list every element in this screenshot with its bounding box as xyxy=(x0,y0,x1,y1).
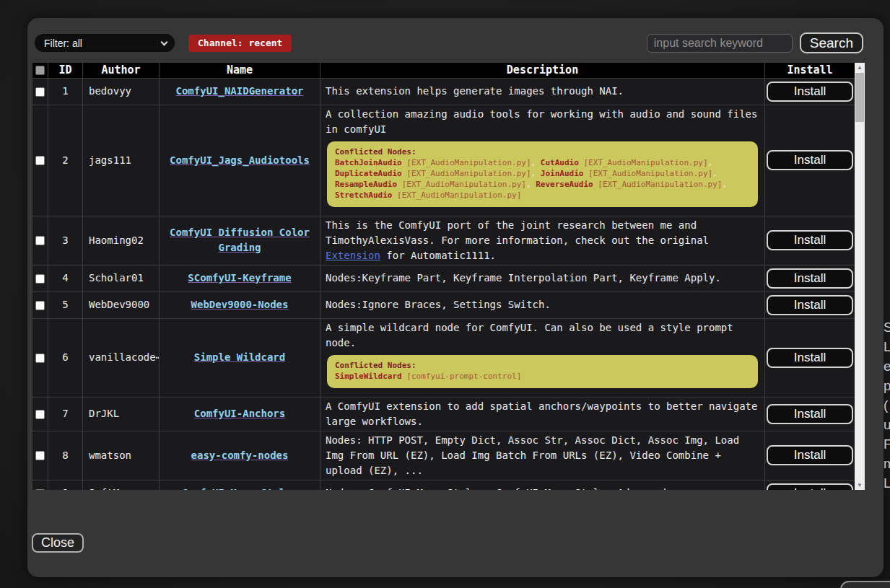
name-link[interactable]: ComfyUI_NAIDGenerator xyxy=(175,85,303,97)
install-button[interactable]: Install xyxy=(767,82,853,102)
name-cell: WebDev9000-Nodes xyxy=(160,291,320,318)
search-input[interactable] xyxy=(647,34,793,53)
author-cell: jags111 xyxy=(83,105,160,216)
description-text: This is the ComfyUI port of the joint re… xyxy=(326,218,759,263)
install-button[interactable]: Install xyxy=(767,150,853,170)
conflict-node-source: [comfyui-prompt-control] xyxy=(402,372,522,381)
background-text-fragment: u xyxy=(884,415,890,434)
name-cell: ComfyUI_Jags_Audiotools xyxy=(160,105,320,216)
scroll-down-icon[interactable]: ▼ xyxy=(855,481,865,490)
name-cell: easy-comfy-nodes xyxy=(160,431,320,480)
scrollbar-thumb[interactable] xyxy=(855,73,864,122)
name-link[interactable]: ComfyUI Diffusion Color Grading xyxy=(170,227,310,253)
row-checkbox[interactable] xyxy=(35,410,45,419)
scroll-up-icon[interactable]: ▲ xyxy=(855,63,865,72)
name-link[interactable]: Simple Wildcard xyxy=(194,351,285,363)
row-checkbox[interactable] xyxy=(35,274,45,284)
row-checkbox-cell xyxy=(32,318,48,397)
table-header-row: ID Author Name Description Install xyxy=(32,63,855,78)
id-cell: 2 xyxy=(48,105,83,216)
name-cell: ComfyUI-Anchors xyxy=(160,397,320,431)
name-link[interactable]: ComfyUI_Mexx_Styler xyxy=(182,487,297,490)
install-button[interactable]: Install xyxy=(767,348,853,368)
select-all-checkbox[interactable] xyxy=(35,66,45,75)
row-checkbox[interactable] xyxy=(35,489,45,491)
conflict-node-name: JoinAudio xyxy=(541,169,584,178)
conflict-label: Conflicted Nodes: xyxy=(335,360,750,371)
nodes-table-wrap: ID Author Name Description Install 1bedo… xyxy=(32,63,865,490)
page-background: { "toolbar": { "filter_value": "Filter: … xyxy=(0,0,890,588)
install-button[interactable]: Install xyxy=(767,268,853,289)
channel-button[interactable]: Channel: recent xyxy=(188,35,292,52)
description-text: Nodes:Keyframe Part, Keyframe Interpolat… xyxy=(326,271,759,286)
install-button[interactable]: Install xyxy=(767,404,853,424)
row-checkbox[interactable] xyxy=(35,301,45,310)
conflict-items: BatchJoinAudio [EXT_AudioManipulation.py… xyxy=(335,157,750,201)
table-row: 5WebDev9000WebDev9000-NodesNodes:Ignore … xyxy=(32,291,855,318)
background-text-fragment: e xyxy=(884,356,890,376)
conflict-node-name: BatchJoinAudio xyxy=(335,158,402,167)
nodes-table: ID Author Name Description Install 1bedo… xyxy=(32,63,855,490)
id-cell: 8 xyxy=(48,431,83,480)
id-cell: 9 xyxy=(48,480,83,490)
conflict-node-name: StretchAudio xyxy=(335,190,392,200)
row-checkbox-cell xyxy=(32,397,48,431)
background-window-text-fragments: SLep(uFmL xyxy=(884,317,890,556)
background-panel-corner xyxy=(840,581,890,588)
description-cell: Nodes: ComfyUI Mexx Styler, ComfyUI Mexx… xyxy=(320,480,765,490)
custom-nodes-manager-dialog: Filter: all Channel: recent Search xyxy=(27,18,884,577)
table-row: 3Haoming02ComfyUI Diffusion Color Gradin… xyxy=(32,216,855,265)
description-link[interactable]: Extension xyxy=(326,250,380,261)
close-button[interactable]: Close xyxy=(32,533,84,553)
install-button[interactable]: Install xyxy=(767,230,853,250)
id-cell: 3 xyxy=(48,216,83,265)
name-link[interactable]: ComfyUI_Jags_Audiotools xyxy=(170,154,310,166)
conflict-node-source: [EXT_AudioManipulation.py] xyxy=(397,180,526,189)
install-button[interactable]: Install xyxy=(767,295,853,315)
author-cell: vanillacode⋯ xyxy=(83,318,160,397)
description-cell: Nodes:Keyframe Part, Keyframe Interpolat… xyxy=(320,265,765,291)
row-checkbox[interactable] xyxy=(35,354,45,363)
table-scrollbar[interactable]: ▲ ▼ xyxy=(855,63,865,490)
row-checkbox[interactable] xyxy=(35,451,45,460)
name-link[interactable]: SComfyUI-Keyframe xyxy=(188,272,291,284)
row-checkbox[interactable] xyxy=(35,87,45,97)
filter-dropdown-wrap: Filter: all xyxy=(35,34,175,52)
table-row: 8wmatsoneasy-comfy-nodesNodes: HTTP POST… xyxy=(32,431,855,480)
author-cell: WebDev9000 xyxy=(83,291,160,318)
header-name: Name xyxy=(160,63,320,78)
description-text: A ComfyUI extension to add spatial ancho… xyxy=(326,399,759,429)
description-cell: A ComfyUI extension to add spatial ancho… xyxy=(320,397,765,431)
conflict-node-name: SimpleWildcard xyxy=(335,372,402,381)
name-link[interactable]: ComfyUI-Anchors xyxy=(194,408,285,419)
install-button[interactable]: Install xyxy=(767,483,853,491)
description-text: This extension helps generate images thr… xyxy=(326,84,759,99)
table-row: 9SoftMengComfyUI_Mexx_StylerNodes: Comfy… xyxy=(32,480,855,490)
name-link[interactable]: WebDev9000-Nodes xyxy=(191,299,289,310)
description-text: Nodes:Ignore Braces, Settings Switch. xyxy=(326,297,759,312)
row-checkbox-cell xyxy=(32,480,48,490)
header-description: Description xyxy=(320,63,765,78)
search-button[interactable]: Search xyxy=(800,32,863,53)
row-checkbox-cell xyxy=(32,105,48,216)
filter-dropdown[interactable]: Filter: all xyxy=(35,34,175,52)
description-cell: Nodes: HTTP POST, Empty Dict, Assoc Str,… xyxy=(320,431,765,480)
author-cell: DrJKL xyxy=(83,397,160,431)
background-text-fragment: m xyxy=(884,454,890,473)
conflict-node-source: [EXT_AudioManipulation.py] xyxy=(593,180,723,189)
table-row: 2jags111ComfyUI_Jags_AudiotoolsA collect… xyxy=(32,105,855,216)
name-link[interactable]: easy-comfy-nodes xyxy=(191,449,289,461)
row-checkbox[interactable] xyxy=(35,156,45,165)
row-checkbox[interactable] xyxy=(35,236,45,245)
install-button[interactable]: Install xyxy=(767,445,853,465)
name-cell: Simple Wildcard xyxy=(160,318,320,397)
conflict-node-name: DuplicateAudio xyxy=(335,169,402,178)
background-text-fragment: F xyxy=(884,434,890,454)
conflict-box: Conflicted Nodes:SimpleWildcard [comfyui… xyxy=(327,355,758,388)
background-text-fragment: p xyxy=(884,376,890,395)
install-cell: Install xyxy=(765,78,855,105)
row-checkbox-cell xyxy=(32,291,48,318)
header-author: Author xyxy=(83,63,160,78)
author-cell: Scholar01 xyxy=(83,265,160,291)
author-cell: wmatson xyxy=(83,431,160,480)
